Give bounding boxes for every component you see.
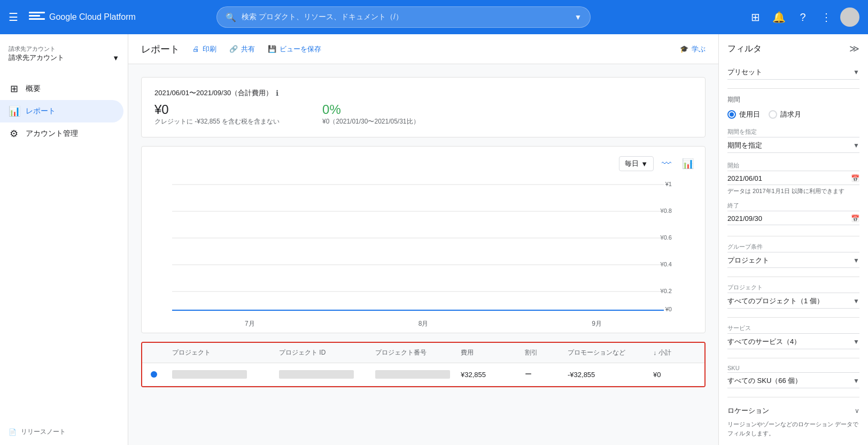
frequency-label: 毎日 [625, 159, 639, 168]
service-select[interactable]: すべてのサービス（4） ▼ [727, 335, 859, 349]
radio-usage-day-dot [727, 110, 736, 119]
right-panel: フィルタ ≫ プリセット ▼ 期間 使用日 請求月 [718, 34, 868, 445]
main-layout: 請求先アカウント 請求先アカウント ▼ ⊞ 概要 📊 レポート ⚙ アカウント管… [0, 34, 868, 445]
print-button[interactable]: 🖨 印刷 [192, 44, 216, 54]
line-chart-button[interactable]: 〰 [658, 155, 675, 172]
search-dropdown-icon[interactable]: ▼ [574, 13, 582, 21]
frequency-selector[interactable]: 毎日 ▼ [619, 156, 654, 171]
release-notes-icon: 📄 [9, 428, 17, 436]
col-subtotal[interactable]: ↓ 小計 [653, 348, 706, 357]
service-value: すべてのサービス（4） [727, 337, 801, 347]
group-filter: グループ条件 プロジェクト ▼ [727, 243, 859, 268]
project-chevron: ▼ [853, 297, 859, 305]
project-filter: プロジェクト すべてのプロジェクト（1 個） ▼ [727, 283, 859, 309]
search-bar[interactable]: 🔍 検索 プロダクト、リソース、ドキュメント（/） ▼ [216, 6, 591, 28]
preset-select[interactable]: プリセット ▼ [727, 65, 859, 80]
account-select[interactable]: 請求先アカウント ▼ [9, 53, 119, 63]
divider-6 [727, 397, 859, 397]
sidebar-item-account[interactable]: ⚙ アカウント管理 [0, 122, 123, 145]
date-range-filter: 期間を指定 期間を指定 ▼ [727, 128, 859, 153]
service-chevron: ▼ [853, 338, 859, 346]
row-discount: ー [525, 370, 568, 379]
svg-text:¥0.2: ¥0.2 [660, 288, 672, 294]
share-button[interactable]: 🔗 共有 [229, 44, 255, 54]
calendar-icon-start[interactable]: 📅 [851, 174, 859, 182]
date-range-label: 期間を指定 [727, 128, 859, 137]
col-cost: 費用 [461, 348, 525, 357]
row-promo: -¥32,855 [568, 371, 653, 379]
preset-filter: プリセット ▼ [727, 65, 859, 80]
radio-billing-month-label: 請求月 [780, 110, 801, 119]
sidebar-nav: ⊞ 概要 📊 レポート ⚙ アカウント管理 [0, 78, 128, 145]
location-toggle[interactable]: ロケーション ∨ [727, 404, 859, 418]
project-select[interactable]: すべてのプロジェクト（1 個） ▼ [727, 294, 859, 309]
chart-wrapper: 毎日 ▼ 〰 📊 ¥1 ¥0.8 ¥0.6 ¥0.4 ¥0.2 ¥0 [141, 146, 706, 333]
chart-svg: ¥1 ¥0.8 ¥0.6 ¥0.4 ¥0.2 ¥0 [150, 177, 696, 316]
info-icon[interactable]: ℹ [276, 89, 278, 97]
summary-date: 2021/06/01〜2021/09/30（合計費用） ℹ [154, 88, 692, 98]
account-name: 請求先アカウント [9, 53, 64, 63]
help-icon[interactable]: ? [793, 7, 812, 27]
group-label: グループ条件 [727, 243, 859, 252]
x-label-7: 7月 [245, 319, 255, 328]
app-title: Google Cloud Platform [49, 12, 136, 22]
row-project-number [375, 370, 450, 379]
divider-1 [727, 88, 859, 89]
sidebar-footer[interactable]: 📄 リリースノート [0, 419, 128, 445]
date-range-value: 期間を指定 [727, 141, 762, 150]
project-value: すべてのプロジェクト（1 個） [727, 296, 824, 306]
date-range-select[interactable]: 期間を指定 ▼ [727, 139, 859, 153]
row-cost: ¥32,855 [461, 371, 525, 379]
avatar[interactable] [840, 7, 859, 27]
group-value: プロジェクト [727, 256, 769, 265]
sort-down-icon: ↓ [653, 349, 656, 357]
sidebar-item-report[interactable]: 📊 レポート [0, 100, 123, 122]
sidebar-item-label: アカウント管理 [26, 129, 78, 139]
svg-text:¥1: ¥1 [665, 181, 672, 187]
grid-icon[interactable]: ⊞ [746, 7, 765, 27]
period-radio-group: 使用日 請求月 [727, 110, 859, 119]
freq-dropdown-icon: ▼ [641, 160, 648, 168]
project-filter-label: プロジェクト [727, 283, 859, 293]
toolbar: レポート 🖨 印刷 🔗 共有 💾 ビューを保存 🎓 学ぶ [128, 34, 718, 64]
sidebar-item-label: レポート [26, 106, 56, 116]
row-project [172, 370, 247, 379]
account-label: 請求先アカウント [9, 45, 119, 53]
row-indicator [151, 371, 172, 378]
radio-billing-month[interactable]: 請求月 [769, 110, 801, 119]
more-icon[interactable]: ⋮ [817, 7, 836, 27]
report-content: 2021/06/01〜2021/09/30（合計費用） ℹ ¥0 クレジットに … [128, 64, 718, 445]
sku-select[interactable]: すべての SKU（66 個） ▼ [727, 374, 859, 388]
radio-usage-day[interactable]: 使用日 [727, 110, 760, 119]
period-title: 期間 [727, 95, 859, 104]
logo-icon [29, 12, 45, 22]
summary-left: ¥0 クレジットに -¥32,855 を含む税を含まない [154, 102, 280, 126]
x-label-9: 9月 [592, 319, 602, 328]
save-view-button[interactable]: 💾 ビューを保存 [268, 44, 321, 54]
search-icon: 🔍 [226, 12, 236, 22]
notification-icon[interactable]: 🔔 [770, 7, 789, 27]
menu-icon[interactable]: ☰ [9, 11, 18, 24]
collapse-panel-icon[interactable]: ≫ [849, 43, 859, 55]
save-view-label: ビューを保存 [280, 44, 321, 54]
learn-icon: 🎓 [680, 45, 688, 53]
end-date-input[interactable]: 2021/09/30 📅 [727, 212, 859, 225]
divider-2 [727, 236, 859, 236]
start-date-input[interactable]: 2021/06/01 📅 [727, 172, 859, 185]
table-row: ¥32,855 ー -¥32,855 ¥0 [142, 363, 704, 386]
date-range-chevron: ▼ [853, 142, 859, 149]
summary-card: 2021/06/01〜2021/09/30（合計費用） ℹ ¥0 クレジットに … [141, 77, 706, 137]
radio-usage-day-label: 使用日 [739, 110, 760, 119]
divider-3 [727, 277, 859, 277]
learn-button[interactable]: 🎓 学ぶ [680, 44, 706, 54]
sidebar-item-overview[interactable]: ⊞ 概要 [0, 78, 123, 100]
group-select[interactable]: プロジェクト ▼ [727, 254, 859, 268]
col-discount: 割引 [525, 348, 568, 357]
row-project-id [279, 370, 354, 379]
calendar-icon-end[interactable]: 📅 [851, 214, 859, 223]
bar-chart-button[interactable]: 📊 [679, 155, 696, 172]
account-icon: ⚙ [9, 128, 19, 140]
share-icon: 🔗 [229, 45, 238, 53]
summary-values: ¥0 クレジットに -¥32,855 を含む税を含まない 0% ¥0（2021/… [154, 102, 692, 126]
location-section: ロケーション ∨ リージョンやゾーンなどのロケーション データでフィルタします。 [727, 404, 859, 438]
